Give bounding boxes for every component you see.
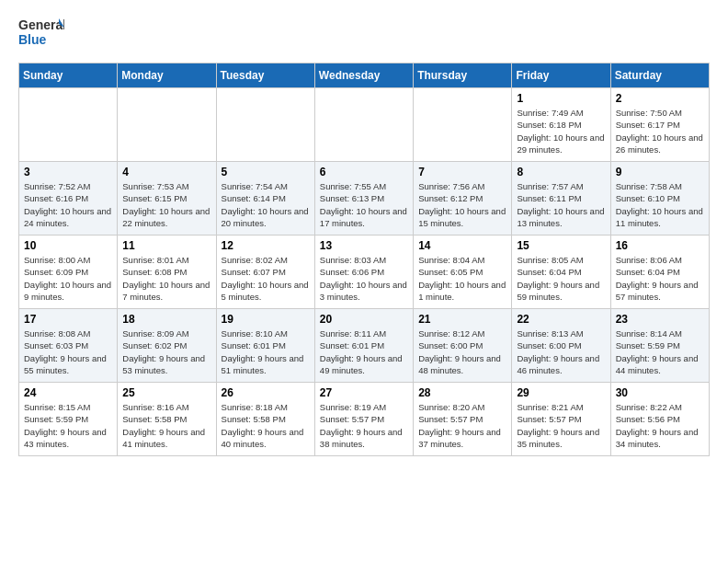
calendar-cell: 13Sunrise: 8:03 AM Sunset: 6:06 PM Dayli… [314, 236, 413, 309]
day-number: 20 [320, 313, 408, 326]
day-number: 18 [122, 313, 210, 326]
header-cell: Friday [512, 63, 610, 88]
calendar-row: 1Sunrise: 7:49 AM Sunset: 6:18 PM Daylig… [19, 88, 710, 162]
day-number: 15 [517, 239, 605, 252]
calendar-body: 1Sunrise: 7:49 AM Sunset: 6:18 PM Daylig… [19, 88, 710, 456]
day-info: Sunrise: 8:01 AM Sunset: 6:08 PM Dayligh… [122, 254, 210, 303]
calendar-cell: 28Sunrise: 8:20 AM Sunset: 5:57 PM Dayli… [414, 383, 512, 456]
calendar-cell: 19Sunrise: 8:10 AM Sunset: 6:01 PM Dayli… [216, 309, 314, 383]
day-number: 2 [616, 92, 704, 105]
day-info: Sunrise: 8:22 AM Sunset: 5:56 PM Dayligh… [616, 401, 704, 450]
day-number: 9 [616, 166, 704, 178]
day-info: Sunrise: 8:20 AM Sunset: 5:57 PM Dayligh… [418, 401, 506, 450]
day-info: Sunrise: 8:11 AM Sunset: 6:01 PM Dayligh… [320, 327, 408, 376]
calendar-cell: 5Sunrise: 7:54 AM Sunset: 6:14 PM Daylig… [216, 162, 314, 236]
svg-text:Blue: Blue [18, 32, 47, 47]
calendar-cell: 29Sunrise: 8:21 AM Sunset: 5:57 PM Dayli… [512, 383, 610, 456]
calendar-cell: 14Sunrise: 8:04 AM Sunset: 6:05 PM Dayli… [414, 236, 512, 309]
day-info: Sunrise: 7:53 AM Sunset: 6:15 PM Dayligh… [122, 180, 210, 229]
day-number: 27 [320, 386, 408, 399]
calendar-cell: 26Sunrise: 8:18 AM Sunset: 5:58 PM Dayli… [216, 383, 314, 456]
calendar-cell: 23Sunrise: 8:14 AM Sunset: 5:59 PM Dayli… [610, 309, 709, 383]
day-number: 21 [418, 313, 506, 326]
day-number: 17 [24, 313, 112, 326]
header-cell: Thursday [414, 63, 512, 88]
day-info: Sunrise: 8:10 AM Sunset: 6:01 PM Dayligh… [222, 327, 310, 376]
day-info: Sunrise: 8:18 AM Sunset: 5:58 PM Dayligh… [222, 401, 310, 450]
day-info: Sunrise: 7:49 AM Sunset: 6:18 PM Dayligh… [517, 107, 605, 155]
day-info: Sunrise: 7:54 AM Sunset: 6:14 PM Dayligh… [222, 180, 310, 229]
calendar-cell: 6Sunrise: 7:55 AM Sunset: 6:13 PM Daylig… [314, 162, 413, 236]
day-info: Sunrise: 8:03 AM Sunset: 6:06 PM Dayligh… [320, 254, 408, 303]
day-info: Sunrise: 8:15 AM Sunset: 5:59 PM Dayligh… [24, 401, 112, 450]
svg-text:General: General [18, 17, 64, 32]
calendar-table: SundayMondayTuesdayWednesdayThursdayFrid… [18, 63, 710, 456]
calendar-cell: 30Sunrise: 8:22 AM Sunset: 5:56 PM Dayli… [610, 383, 709, 456]
day-info: Sunrise: 8:05 AM Sunset: 6:04 PM Dayligh… [517, 254, 605, 303]
calendar-cell: 15Sunrise: 8:05 AM Sunset: 6:04 PM Dayli… [512, 236, 610, 309]
calendar-row: 10Sunrise: 8:00 AM Sunset: 6:09 PM Dayli… [19, 236, 710, 309]
header-cell: Sunday [19, 63, 118, 88]
day-number: 26 [222, 386, 310, 399]
day-info: Sunrise: 8:08 AM Sunset: 6:03 PM Dayligh… [24, 327, 112, 376]
calendar-cell [414, 88, 512, 162]
calendar-cell: 16Sunrise: 8:06 AM Sunset: 6:04 PM Dayli… [610, 236, 709, 309]
day-number: 7 [418, 166, 506, 178]
calendar-cell: 24Sunrise: 8:15 AM Sunset: 5:59 PM Dayli… [19, 383, 118, 456]
day-number: 11 [122, 239, 210, 252]
day-number: 13 [320, 239, 408, 252]
day-info: Sunrise: 8:21 AM Sunset: 5:57 PM Dayligh… [517, 401, 605, 450]
day-number: 30 [616, 386, 704, 399]
calendar-cell: 25Sunrise: 8:16 AM Sunset: 5:58 PM Dayli… [118, 383, 216, 456]
calendar-cell: 20Sunrise: 8:11 AM Sunset: 6:01 PM Dayli… [314, 309, 413, 383]
calendar-cell: 3Sunrise: 7:52 AM Sunset: 6:16 PM Daylig… [19, 162, 118, 236]
day-number: 22 [517, 313, 605, 326]
header-cell: Monday [118, 63, 216, 88]
calendar-cell: 21Sunrise: 8:12 AM Sunset: 6:00 PM Dayli… [414, 309, 512, 383]
day-number: 10 [24, 239, 112, 252]
day-info: Sunrise: 7:50 AM Sunset: 6:17 PM Dayligh… [616, 107, 704, 155]
calendar-cell: 9Sunrise: 7:58 AM Sunset: 6:10 PM Daylig… [610, 162, 709, 236]
calendar-cell [19, 88, 118, 162]
day-number: 29 [517, 386, 605, 399]
calendar-cell: 18Sunrise: 8:09 AM Sunset: 6:02 PM Dayli… [118, 309, 216, 383]
day-info: Sunrise: 7:52 AM Sunset: 6:16 PM Dayligh… [24, 180, 112, 229]
calendar-cell: 8Sunrise: 7:57 AM Sunset: 6:11 PM Daylig… [512, 162, 610, 236]
day-number: 5 [222, 166, 310, 178]
calendar-cell: 17Sunrise: 8:08 AM Sunset: 6:03 PM Dayli… [19, 309, 118, 383]
day-number: 28 [418, 386, 506, 399]
header: General Blue [18, 15, 710, 55]
calendar-row: 24Sunrise: 8:15 AM Sunset: 5:59 PM Dayli… [19, 383, 710, 456]
header-cell: Saturday [610, 63, 709, 88]
calendar-header: SundayMondayTuesdayWednesdayThursdayFrid… [19, 63, 710, 88]
day-number: 1 [517, 92, 605, 105]
day-number: 16 [616, 239, 704, 252]
day-number: 23 [616, 313, 704, 326]
day-info: Sunrise: 7:57 AM Sunset: 6:11 PM Dayligh… [517, 180, 605, 229]
day-number: 3 [24, 166, 112, 178]
day-info: Sunrise: 8:13 AM Sunset: 6:00 PM Dayligh… [517, 327, 605, 376]
calendar-cell: 10Sunrise: 8:00 AM Sunset: 6:09 PM Dayli… [19, 236, 118, 309]
calendar-cell: 22Sunrise: 8:13 AM Sunset: 6:00 PM Dayli… [512, 309, 610, 383]
calendar-cell [314, 88, 413, 162]
day-number: 14 [418, 239, 506, 252]
calendar-cell [216, 88, 314, 162]
calendar-cell: 1Sunrise: 7:49 AM Sunset: 6:18 PM Daylig… [512, 88, 610, 162]
day-info: Sunrise: 8:12 AM Sunset: 6:00 PM Dayligh… [418, 327, 506, 376]
day-info: Sunrise: 8:09 AM Sunset: 6:02 PM Dayligh… [122, 327, 210, 376]
day-number: 19 [222, 313, 310, 326]
day-info: Sunrise: 8:00 AM Sunset: 6:09 PM Dayligh… [24, 254, 112, 303]
day-info: Sunrise: 8:16 AM Sunset: 5:58 PM Dayligh… [122, 401, 210, 450]
day-info: Sunrise: 7:56 AM Sunset: 6:12 PM Dayligh… [418, 180, 506, 229]
day-info: Sunrise: 8:04 AM Sunset: 6:05 PM Dayligh… [418, 254, 506, 303]
header-cell: Tuesday [216, 63, 314, 88]
calendar-cell: 27Sunrise: 8:19 AM Sunset: 5:57 PM Dayli… [314, 383, 413, 456]
calendar-cell: 11Sunrise: 8:01 AM Sunset: 6:08 PM Dayli… [118, 236, 216, 309]
day-number: 24 [24, 386, 112, 399]
calendar-row: 17Sunrise: 8:08 AM Sunset: 6:03 PM Dayli… [19, 309, 710, 383]
header-row: SundayMondayTuesdayWednesdayThursdayFrid… [19, 63, 710, 88]
day-number: 12 [222, 239, 310, 252]
day-info: Sunrise: 7:55 AM Sunset: 6:13 PM Dayligh… [320, 180, 408, 229]
day-number: 25 [122, 386, 210, 399]
calendar-cell: 4Sunrise: 7:53 AM Sunset: 6:15 PM Daylig… [118, 162, 216, 236]
